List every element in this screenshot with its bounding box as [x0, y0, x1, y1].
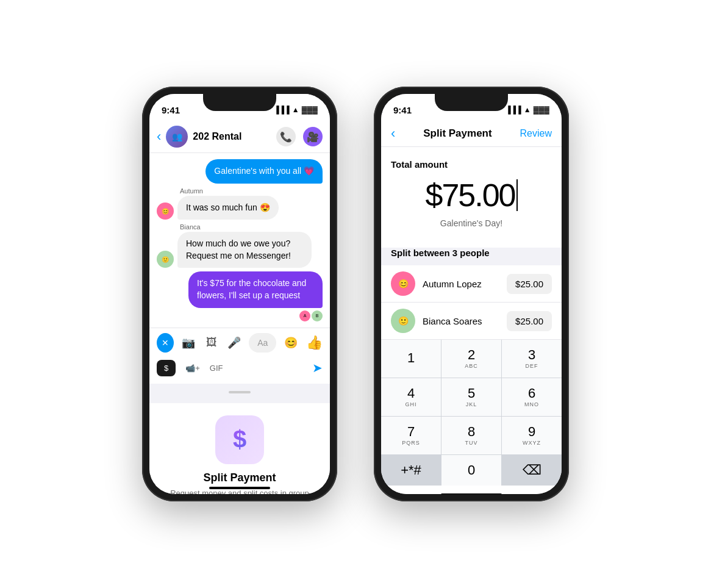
- message-input[interactable]: Aa: [249, 333, 276, 353]
- sender-name-bianca: Bianca: [180, 223, 312, 231]
- autumn-split-avatar: 😊: [391, 271, 415, 296]
- split-payment-promo: $ Split Payment Request money and split …: [149, 400, 330, 494]
- battery-icon: ▓▓▓: [302, 106, 318, 114]
- key-6-num: 6: [528, 387, 535, 400]
- group-avatar: 👥: [166, 126, 188, 148]
- split-header-title: Split Payment: [423, 127, 491, 140]
- back-button[interactable]: ‹: [157, 129, 161, 145]
- gallery-button[interactable]: 🖼: [203, 333, 220, 353]
- status-time-2: 9:41: [393, 105, 412, 115]
- bianca-split-avatar: 🙂: [391, 309, 415, 333]
- send-button[interactable]: ➤: [312, 360, 323, 375]
- message-bubble-autumn: It was so much fun 😍: [177, 196, 279, 220]
- key-1[interactable]: 1: [381, 340, 441, 378]
- like-button[interactable]: 👍: [305, 333, 323, 353]
- split-back-button[interactable]: ‹: [391, 126, 395, 142]
- contact-name: 202 Rental: [193, 131, 276, 142]
- autumn-name: Autumn Lopez: [423, 279, 507, 289]
- messenger-toolbar: ✕ 📷 🖼 🎤 Aa 😊 👍 $ 📹+: [149, 328, 330, 384]
- clear-button[interactable]: ✕: [157, 333, 174, 353]
- message-row-autumn: 😊 Autumn It was so much fun 😍: [157, 187, 323, 220]
- message-row-bianca: 🙂 Bianca How much do we owe you? Request…: [157, 223, 323, 268]
- key-8-sub: TUV: [465, 440, 478, 446]
- key-2-num: 2: [468, 348, 475, 362]
- key-0-num: 0: [468, 464, 475, 477]
- header-icons: 📞 🎥: [276, 127, 323, 146]
- message-row-sent-2: It's $75 for the chocolate and flowers, …: [157, 271, 323, 321]
- sender-name-autumn: Autumn: [180, 187, 279, 195]
- key-5[interactable]: 5 JKL: [441, 378, 501, 416]
- key-7-sub: PQRS: [402, 440, 420, 446]
- gif-action[interactable]: GIF: [210, 364, 223, 373]
- divider: [229, 391, 251, 393]
- notch-2: [435, 94, 508, 111]
- gif-icon: GIF: [210, 364, 223, 373]
- toolbar-row-1: ✕ 📷 🖼 🎤 Aa 😊 👍: [157, 333, 323, 353]
- key-backspace[interactable]: ⌫: [502, 455, 562, 486]
- chat-messages: Galentine's with you all 💗 😊 Autumn It w…: [149, 153, 330, 328]
- signal-icon-2: ▐▐▐: [506, 106, 521, 114]
- split-person-autumn: 😊 Autumn Lopez $25.00: [381, 265, 562, 303]
- phone-2: 9:41 ▐▐▐ ▲ ▓▓▓ ‹ Split Payment Review To…: [374, 87, 569, 501]
- key-7-num: 7: [407, 425, 415, 439]
- split-payment-icon: $: [215, 415, 264, 464]
- key-4[interactable]: 4 GHI: [381, 378, 441, 416]
- key-1-num: 1: [407, 351, 415, 365]
- autumn-avatar: 😊: [157, 203, 174, 220]
- key-9[interactable]: 9 WXYZ: [502, 417, 562, 454]
- key-9-sub: WXYZ: [523, 440, 541, 446]
- status-icons-2: ▐▐▐ ▲ ▓▓▓: [506, 106, 549, 114]
- key-8[interactable]: 8 TUV: [441, 417, 501, 454]
- key-3[interactable]: 3 DEF: [502, 340, 562, 378]
- call-button[interactable]: 📞: [276, 127, 296, 146]
- mic-button[interactable]: 🎤: [226, 333, 243, 353]
- camera-button[interactable]: 📷: [180, 333, 197, 353]
- amount-value: $75.00: [425, 177, 515, 213]
- key-2-sub: ABC: [465, 363, 478, 369]
- key-3-num: 3: [528, 348, 535, 362]
- video-call-button[interactable]: 🎥: [303, 127, 323, 146]
- message-bubble-sent-1: Galentine's with you all 💗: [205, 159, 323, 184]
- battery-icon-2: ▓▓▓: [534, 106, 549, 114]
- split-person-bianca: 🙂 Bianca Soares $25.00: [381, 303, 562, 340]
- review-button[interactable]: Review: [520, 128, 552, 139]
- key-2[interactable]: 2 ABC: [441, 340, 501, 378]
- key-3-sub: DEF: [526, 363, 538, 369]
- key-4-num: 4: [407, 387, 415, 400]
- key-5-sub: JKL: [466, 401, 477, 407]
- bianca-avatar: 🙂: [157, 251, 174, 268]
- keypad: 1 2 ABC 3 DEF 4 GHI 5 JKL: [381, 340, 562, 486]
- autumn-amount[interactable]: $25.00: [507, 274, 552, 294]
- status-time-1: 9:41: [162, 105, 180, 115]
- key-special-num: +*#: [401, 464, 421, 477]
- notch: [203, 94, 276, 111]
- signal-icon: ▐▐▐: [274, 106, 290, 114]
- bianca-name: Bianca Soares: [423, 316, 507, 326]
- amount-display: $75.00: [391, 177, 552, 213]
- emoji-button[interactable]: 😊: [282, 333, 299, 353]
- messenger-header: ‹ 👥 202 Rental 📞 🎥: [149, 121, 330, 153]
- bianca-amount[interactable]: $25.00: [507, 311, 552, 331]
- key-6-sub: MNO: [524, 401, 539, 407]
- toolbar-row-2: $ 📹+ GIF ➤: [157, 357, 323, 379]
- read-receipts: A B: [188, 310, 323, 321]
- key-0[interactable]: 0: [441, 455, 501, 486]
- amount-note: Galentine's Day!: [391, 218, 552, 228]
- key-8-num: 8: [468, 425, 475, 439]
- home-indicator-2: [441, 493, 502, 494]
- payment-shortcut-button[interactable]: $: [157, 360, 176, 376]
- key-4-sub: GHI: [405, 401, 416, 407]
- video-action[interactable]: 📹+: [185, 364, 200, 373]
- video-add-icon: 📹+: [185, 364, 200, 373]
- message-bubble-bianca: How much do we owe you? Request me on Me…: [177, 232, 312, 268]
- home-indicator-1: [209, 487, 270, 489]
- receipt-avatar-1: A: [299, 310, 310, 321]
- phone-1: 9:41 ▐▐▐ ▲ ▓▓▓ ‹ 👥 202 Rental 📞 🎥: [142, 87, 337, 501]
- key-7[interactable]: 7 PQRS: [381, 417, 441, 454]
- status-icons-1: ▐▐▐ ▲ ▓▓▓: [274, 106, 318, 114]
- key-6[interactable]: 6 MNO: [502, 378, 562, 416]
- key-9-num: 9: [528, 425, 535, 439]
- cursor: [516, 179, 518, 211]
- receipt-avatar-2: B: [312, 310, 323, 321]
- key-special[interactable]: +*#: [381, 455, 441, 486]
